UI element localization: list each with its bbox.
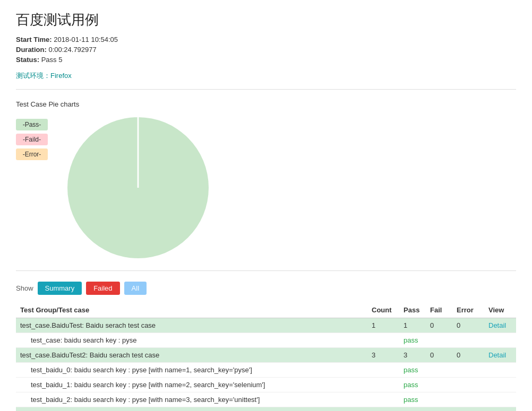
cell-error: 0 (452, 407, 484, 412)
page-title: 百度测试用例 (16, 11, 516, 29)
cell-fail: 0 (426, 318, 452, 333)
legend-fail: -Faild- (16, 134, 48, 145)
pass-status: pass (404, 336, 418, 344)
pie-chart (64, 113, 212, 262)
cell-name: test_case_po.BaiduTest: Baidu serach tes… (16, 407, 367, 412)
col-header-count: Count (367, 302, 399, 318)
chart-container: -Pass- -Faild- -Error- (16, 113, 516, 262)
cell-pass: pass (399, 392, 426, 407)
col-header-pass: Pass (399, 302, 426, 318)
detail-link[interactable]: Detail (488, 321, 506, 329)
env-info: 测试环境：Firefox (16, 71, 516, 81)
cell-view (484, 378, 516, 392)
table-header-row: Test Group/Test case Count Pass Fail Err… (16, 302, 516, 318)
table-header: Test Group/Test case Count Pass Fail Err… (16, 302, 516, 318)
cell-view (484, 363, 516, 378)
col-header-view: View (484, 302, 516, 318)
pass-status: pass (404, 366, 418, 374)
cell-count: 3 (367, 348, 399, 363)
cell-fail (426, 333, 452, 348)
cell-count (367, 392, 399, 407)
cell-fail (426, 363, 452, 378)
cell-name: test_baidu_1: baidu search key : pyse [w… (16, 378, 367, 392)
result-table: Test Group/Test case Count Pass Fail Err… (16, 302, 516, 411)
show-bar: Show Summary Failed All (16, 282, 516, 295)
chart-legend: -Pass- -Faild- -Error- (16, 119, 48, 160)
cell-name: test_case: baidu search key : pyse (16, 333, 367, 348)
cell-pass: pass (399, 333, 426, 348)
cell-fail (426, 378, 452, 392)
cell-pass: 3 (399, 348, 426, 363)
cell-count (367, 378, 399, 392)
summary-button[interactable]: Summary (38, 282, 82, 295)
cell-error: 0 (452, 318, 484, 333)
col-header-error: Error (452, 302, 484, 318)
legend-pass: -Pass- (16, 119, 48, 130)
cell-count: 1 (367, 407, 399, 412)
duration-value: 0:00:24.792977 (48, 46, 96, 54)
cell-error (452, 363, 484, 378)
cell-name: test_case.BaiduTest: Baidu serach test c… (16, 318, 367, 333)
status-label: Status: (16, 56, 39, 64)
table-row: test_case.BaiduTest2: Baidu serach test … (16, 348, 516, 363)
cell-pass: pass (399, 378, 426, 392)
pie-svg (64, 113, 212, 262)
cell-name: test_case.BaiduTest2: Baidu serach test … (16, 348, 367, 363)
table-row: test_case: baidu search key : pysepass (16, 333, 516, 348)
cell-error (452, 392, 484, 407)
cell-count: 1 (367, 318, 399, 333)
pass-status: pass (404, 396, 418, 404)
detail-link[interactable]: Detail (488, 351, 506, 359)
cell-pass: 1 (399, 318, 426, 333)
table-row: test_baidu_1: baidu search key : pyse [w… (16, 378, 516, 392)
all-button[interactable]: All (124, 282, 147, 295)
cell-view (484, 392, 516, 407)
start-time-value: 2018-01-11 10:54:05 (54, 36, 118, 43)
start-time-label: Start Time: (16, 36, 52, 43)
cell-pass: 1 (399, 407, 426, 412)
cell-count (367, 333, 399, 348)
legend-error: -Error- (16, 148, 48, 160)
cell-view[interactable]: Detail (484, 348, 516, 363)
cell-count (367, 363, 399, 378)
cell-view[interactable]: Detail (484, 407, 516, 412)
col-header-fail: Fail (426, 302, 452, 318)
table-row: test_baidu_2: baidu search key : pyse [w… (16, 392, 516, 407)
divider2 (16, 270, 516, 271)
table-row: test_case_po.BaiduTest: Baidu serach tes… (16, 407, 516, 412)
pass-status: pass (404, 381, 418, 389)
meta-info: Start Time: 2018-01-11 10:54:05 Duration… (16, 36, 516, 64)
divider (16, 89, 516, 90)
env-label: 测试环境： (16, 72, 50, 80)
cell-fail (426, 392, 452, 407)
cell-error (452, 333, 484, 348)
cell-error: 0 (452, 348, 484, 363)
cell-error (452, 378, 484, 392)
cell-fail: 0 (426, 407, 452, 412)
cell-view[interactable]: Detail (484, 318, 516, 333)
col-header-name: Test Group/Test case (16, 302, 367, 318)
show-label: Show (16, 284, 33, 292)
table-row: test_baidu_0: baidu search key : pyse [w… (16, 363, 516, 378)
status-value: Pass 5 (41, 56, 63, 64)
cell-name: test_baidu_0: baidu search key : pyse [w… (16, 363, 367, 378)
chart-section: Test Case Pie charts -Pass- -Faild- -Err… (16, 100, 516, 262)
failed-button[interactable]: Failed (86, 282, 119, 295)
cell-fail: 0 (426, 348, 452, 363)
cell-view (484, 333, 516, 348)
duration-label: Duration: (16, 46, 47, 54)
table-row: test_case.BaiduTest: Baidu serach test c… (16, 318, 516, 333)
env-value: Firefox (50, 72, 72, 80)
cell-name: test_baidu_2: baidu search key : pyse [w… (16, 392, 367, 407)
cell-pass: pass (399, 363, 426, 378)
table-body: test_case.BaiduTest: Baidu serach test c… (16, 318, 516, 412)
chart-title: Test Case Pie charts (16, 100, 516, 108)
